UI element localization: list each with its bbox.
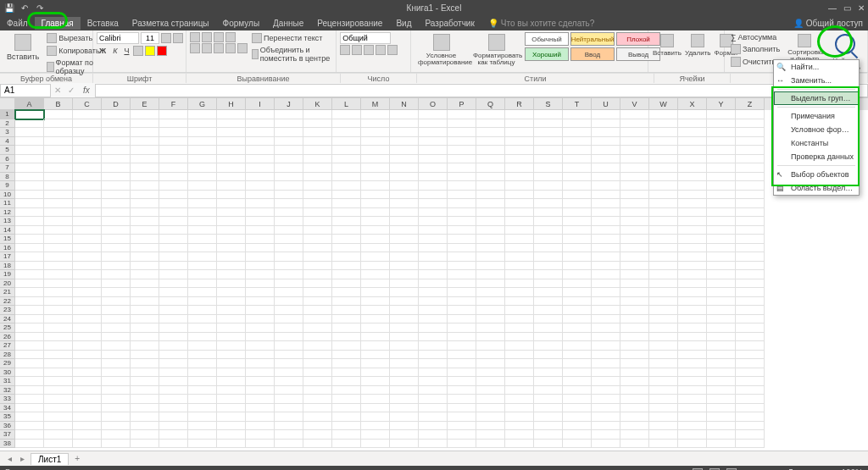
cell[interactable] (275, 368, 303, 378)
cell[interactable] (707, 110, 736, 119)
cell[interactable] (563, 163, 592, 173)
cell[interactable] (246, 163, 275, 173)
cell[interactable] (188, 412, 217, 422)
cell[interactable] (476, 208, 505, 218)
cell[interactable] (303, 412, 332, 422)
cell[interactable] (44, 199, 73, 208)
cell[interactable] (390, 323, 419, 333)
cell[interactable] (736, 359, 765, 368)
cell[interactable] (563, 377, 592, 386)
cell[interactable] (159, 288, 188, 297)
cell[interactable] (448, 235, 476, 244)
cell[interactable] (217, 235, 246, 244)
cell[interactable] (303, 279, 332, 289)
cell[interactable] (592, 306, 620, 315)
col-header-A[interactable]: A (15, 98, 44, 110)
cell[interactable] (649, 386, 678, 395)
cell[interactable] (217, 351, 246, 360)
cell[interactable] (246, 288, 275, 297)
cell[interactable] (707, 208, 736, 218)
tell-me-search[interactable]: 💡 Что вы хотите сделать? (488, 19, 595, 28)
cell[interactable] (275, 235, 303, 244)
cell[interactable] (419, 244, 448, 253)
cell[interactable] (361, 288, 390, 297)
cell[interactable] (275, 279, 303, 289)
cell[interactable] (390, 146, 419, 155)
cell[interactable] (476, 288, 505, 297)
cell[interactable] (390, 262, 419, 271)
cell[interactable] (73, 181, 102, 191)
cell[interactable] (534, 244, 563, 253)
cell[interactable] (131, 262, 159, 271)
cell[interactable] (534, 368, 563, 378)
cell[interactable] (15, 208, 44, 218)
cell[interactable] (217, 341, 246, 351)
cell[interactable] (15, 191, 44, 200)
cell[interactable] (332, 386, 361, 395)
cell[interactable] (592, 262, 620, 271)
cell[interactable] (534, 306, 563, 315)
cell[interactable] (390, 386, 419, 395)
cell[interactable] (332, 323, 361, 333)
cell[interactable] (159, 341, 188, 351)
tab-page-layout[interactable]: Разметка страницы (125, 17, 216, 30)
cell[interactable] (131, 270, 159, 279)
cell[interactable] (73, 404, 102, 413)
cell[interactable] (736, 119, 765, 129)
cell[interactable] (15, 395, 44, 404)
cell[interactable] (707, 235, 736, 244)
cell[interactable] (303, 288, 332, 297)
cell[interactable] (736, 279, 765, 289)
cell[interactable] (361, 217, 390, 226)
cell[interactable] (332, 137, 361, 147)
cell[interactable] (332, 270, 361, 279)
cell[interactable] (707, 199, 736, 208)
cell[interactable] (15, 226, 44, 235)
col-header-V[interactable]: V (620, 98, 649, 110)
cell[interactable] (448, 323, 476, 333)
increase-indent-icon[interactable] (237, 43, 248, 53)
cell[interactable] (15, 333, 44, 342)
cell[interactable] (361, 430, 390, 440)
cell[interactable] (592, 244, 620, 253)
row-header[interactable]: 5 (0, 146, 15, 155)
cell[interactable] (303, 341, 332, 351)
cell[interactable] (217, 395, 246, 404)
cell[interactable] (448, 155, 476, 164)
cell[interactable] (303, 351, 332, 360)
cell[interactable] (44, 288, 73, 297)
cell[interactable] (448, 137, 476, 147)
cell[interactable] (131, 191, 159, 200)
row-header[interactable]: 35 (0, 412, 15, 422)
cell[interactable] (678, 146, 707, 155)
cell[interactable] (390, 217, 419, 226)
cell[interactable] (707, 404, 736, 413)
cell[interactable] (419, 110, 448, 119)
cell[interactable] (159, 119, 188, 129)
cell[interactable] (678, 199, 707, 208)
cell[interactable] (332, 377, 361, 386)
row-header[interactable]: 21 (0, 288, 15, 297)
cell[interactable] (246, 217, 275, 226)
worksheet-grid[interactable]: ABCDEFGHIJKLMNOPQRSTUVWXYZ 1234567891011… (0, 98, 868, 451)
cell[interactable] (505, 368, 534, 378)
cell[interactable] (332, 368, 361, 378)
cell[interactable] (678, 297, 707, 307)
menu-data-validation[interactable]: Проверка данных (774, 150, 859, 163)
select-all-button[interactable] (0, 98, 15, 110)
cell[interactable] (131, 226, 159, 235)
cell[interactable] (15, 262, 44, 271)
cell[interactable] (419, 262, 448, 271)
cell[interactable] (505, 235, 534, 244)
menu-find[interactable]: 🔍Найти... (774, 60, 859, 74)
cell[interactable] (678, 262, 707, 271)
cell[interactable] (592, 288, 620, 297)
cell[interactable] (15, 323, 44, 333)
cell[interactable] (505, 119, 534, 129)
cell[interactable] (332, 412, 361, 422)
align-center-icon[interactable] (202, 43, 212, 53)
cell[interactable] (15, 270, 44, 279)
cell[interactable] (390, 163, 419, 173)
cell[interactable] (620, 288, 649, 297)
cell[interactable] (15, 288, 44, 297)
